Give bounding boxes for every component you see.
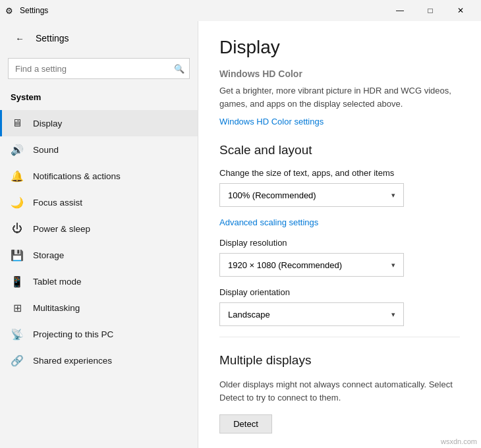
- sidebar-item-label-tablet: Tablet mode: [33, 277, 82, 287]
- watermark: wsxdn.com: [441, 437, 477, 445]
- orientation-label: Display orientation: [219, 287, 460, 297]
- scale-dropdown-wrapper: 100% (Recommended) ▾: [219, 183, 460, 207]
- sidebar-item-label-notifications: Notifications & actions: [33, 171, 121, 181]
- multiple-displays-description: Older displays might not always connect …: [219, 378, 460, 404]
- section-divider: [219, 337, 460, 337]
- orientation-setting: Display orientation Landscape ▾: [219, 287, 460, 326]
- sidebar-item-storage[interactable]: 💾 Storage: [0, 242, 198, 268]
- window-title: Settings: [20, 6, 48, 15]
- sidebar-item-projecting[interactable]: 📡 Projecting to this PC: [0, 321, 198, 347]
- sidebar-item-multitasking[interactable]: ⊞ Multitasking: [0, 294, 198, 321]
- sidebar-section-title: System: [0, 87, 198, 110]
- sidebar-item-sound[interactable]: 🔊 Sound: [0, 136, 198, 163]
- sidebar-item-label-multitasking: Multitasking: [33, 303, 80, 313]
- back-icon: ←: [15, 34, 24, 43]
- scale-dropdown[interactable]: 100% (Recommended) ▾: [219, 183, 404, 207]
- hdr-section: Windows HD Color Get a brighter, more vi…: [219, 69, 460, 127]
- detect-button[interactable]: Detect: [219, 414, 272, 434]
- sidebar-item-shared[interactable]: 🔗 Shared experiences: [0, 347, 198, 374]
- orientation-chevron-icon: ▾: [391, 310, 395, 319]
- sidebar-item-notifications[interactable]: 🔔 Notifications & actions: [0, 163, 198, 189]
- sidebar-app-label: Settings: [36, 33, 69, 43]
- sidebar-item-power[interactable]: ⏻ Power & sleep: [0, 215, 198, 242]
- sidebar-item-label-sound: Sound: [33, 145, 59, 155]
- power-icon: ⏻: [11, 222, 24, 235]
- resolution-dropdown-value: 1920 × 1080 (Recommended): [228, 260, 342, 270]
- sidebar-item-label-storage: Storage: [33, 250, 64, 260]
- multitasking-icon: ⊞: [11, 301, 24, 314]
- multiple-displays-title: Multiple displays: [219, 353, 460, 368]
- maximize-button[interactable]: □: [415, 0, 445, 21]
- window-controls: — □ ✕: [385, 0, 476, 21]
- shared-icon: 🔗: [11, 354, 24, 367]
- sound-icon: 🔊: [11, 143, 24, 156]
- search-input[interactable]: [8, 58, 190, 79]
- app-body: ← Settings 🔍 System 🖥 Display 🔊 Sound 🔔 …: [0, 21, 481, 448]
- search-icon: 🔍: [174, 64, 184, 74]
- scale-setting: Change the size of text, apps, and other…: [219, 168, 460, 207]
- sidebar-item-display[interactable]: 🖥 Display: [0, 110, 198, 136]
- orientation-dropdown[interactable]: Landscape ▾: [219, 302, 404, 326]
- resolution-label: Display resolution: [219, 238, 460, 248]
- hdr-link[interactable]: Windows HD Color settings: [219, 117, 324, 126]
- advanced-scaling-link[interactable]: Advanced scaling settings: [219, 217, 460, 227]
- page-title: Display: [219, 37, 460, 58]
- tablet-icon: 📱: [11, 275, 24, 288]
- main-panel: Display Windows HD Color Get a brighter,…: [198, 21, 481, 448]
- sidebar-item-tablet[interactable]: 📱 Tablet mode: [0, 268, 198, 294]
- resolution-setting: Display resolution 1920 × 1080 (Recommen…: [219, 238, 460, 277]
- resolution-dropdown-wrapper: 1920 × 1080 (Recommended) ▾: [219, 253, 460, 277]
- minimize-button[interactable]: —: [385, 0, 415, 21]
- close-button[interactable]: ✕: [445, 0, 476, 21]
- resolution-chevron-icon: ▾: [391, 261, 395, 269]
- sidebar-item-label-focus: Focus assist: [33, 198, 82, 208]
- hdr-description: Get a brighter, more vibrant picture in …: [219, 84, 460, 110]
- projecting-icon: 📡: [11, 327, 24, 341]
- scale-layout-title: Scale and layout: [219, 143, 460, 157]
- sidebar: ← Settings 🔍 System 🖥 Display 🔊 Sound 🔔 …: [0, 21, 198, 448]
- sidebar-item-label-display: Display: [33, 119, 62, 128]
- sidebar-nav-top: ← Settings: [0, 21, 198, 55]
- sidebar-item-label-shared: Shared experiences: [33, 356, 112, 366]
- title-bar-left: ⚙ Settings: [5, 6, 385, 16]
- search-box: 🔍: [8, 58, 190, 79]
- settings-icon: ⚙: [5, 6, 13, 16]
- title-bar: ⚙ Settings — □ ✕: [0, 0, 481, 21]
- scale-dropdown-value: 100% (Recommended): [228, 190, 316, 200]
- display-icon: 🖥: [11, 117, 24, 130]
- orientation-dropdown-value: Landscape: [228, 310, 270, 320]
- resolution-dropdown[interactable]: 1920 × 1080 (Recommended) ▾: [219, 253, 404, 277]
- storage-icon: 💾: [11, 248, 24, 262]
- scale-chevron-icon: ▾: [391, 191, 395, 200]
- focus-icon: 🌙: [11, 196, 24, 209]
- hdr-subtitle: Windows HD Color: [219, 69, 460, 79]
- orientation-dropdown-wrapper: Landscape ▾: [219, 302, 460, 326]
- sidebar-item-label-projecting: Projecting to this PC: [33, 329, 113, 339]
- sidebar-item-focus[interactable]: 🌙 Focus assist: [0, 189, 198, 215]
- notifications-icon: 🔔: [11, 169, 24, 182]
- back-button[interactable]: ←: [11, 29, 29, 47]
- sidebar-item-label-power: Power & sleep: [33, 224, 90, 234]
- scale-label: Change the size of text, apps, and other…: [219, 168, 460, 178]
